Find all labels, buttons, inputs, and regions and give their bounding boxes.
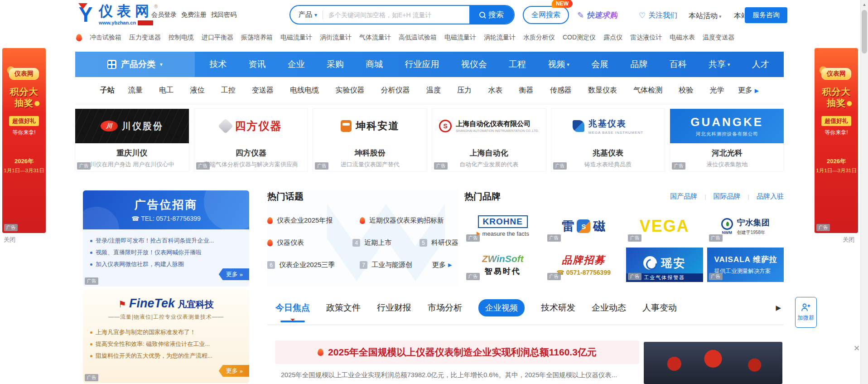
ad-slot-finetek[interactable]: ⚑ FineTek 凡宜科技 ——流量|物液位|工控专业仪表测量技术—— 上海凡… [83,289,249,383]
hot-keyword-link[interactable]: 电磁流量计 [444,34,476,42]
hot-keyword-link[interactable]: 气体流量计 [359,34,391,42]
ad-more-button[interactable]: 更多 » [219,365,249,377]
brand-card-shanghai-auto[interactable]: S 上海自动化仪表有限公司 SHANGHAI AUTOMATION INSTRU… [432,109,546,171]
news-photo[interactable] [644,342,782,384]
subnav-link[interactable]: 水表 [488,86,502,95]
subnav-link[interactable]: 变送器 [252,86,274,95]
add-wechat-group-button[interactable]: 加微群 [795,297,817,328]
topic-link[interactable]: 6 仪表企业2025三季 [267,261,356,269]
subnav-home-link[interactable]: 子站 [100,86,115,95]
tab-market-analysis[interactable]: 市场分析 [428,302,462,314]
nav-item[interactable]: 共享 ▾ [709,58,730,70]
tab-industry-finance[interactable]: 行业财报 [377,302,411,314]
auth-link[interactable]: 免费注册 [181,11,207,19]
ad-bullet-link[interactable]: 阻旋料位开关的五大优势，为您的生产流程... [90,350,243,362]
nav-item[interactable]: 视仪会 [461,58,487,70]
hot-keyword-link[interactable]: 振荡培养箱 [241,34,273,42]
nav-item[interactable]: 商城 [366,58,383,70]
news-summary[interactable]: 2025年全国规模以上工业企业实现利润总额73982.0亿元，比上年增长0.6%… [281,370,639,380]
brand-tile-recruit[interactable]: 品牌招募 ☎ 0571-87756399 广告 [545,248,622,282]
hot-keyword-link[interactable]: 雷达液位计 [630,34,662,42]
hot-keyword-link[interactable]: 涡轮流量计 [484,34,516,42]
nav-item[interactable]: 企业 [288,58,305,70]
nav-item[interactable]: 行业应用 [405,58,439,70]
brand-card-sifang[interactable]: 四方仪器 四方仪器 高端气体分析仪器与解决方案供应商 广告 [194,109,308,171]
quick-buy-link[interactable]: ✎ 快速求购 [577,10,617,20]
subnav-link[interactable]: 校验 [679,86,694,95]
hot-keyword-link[interactable]: 温度变送器 [703,34,734,42]
topics-more-link[interactable]: 更多 ▶ [432,261,452,269]
global-search-button[interactable]: 全网搜索 [523,6,569,24]
left-banner-ad[interactable]: 仪表网 积分大抽奖 超值好礼 等你来拿! 2026年 1月1日—3月31日 广告 [2,48,46,233]
page-scrollbar[interactable]: ▲ [860,0,868,384]
scroll-up-arrow[interactable]: ▲ [861,0,868,7]
hot-keyword-link[interactable]: 电磁水表 [670,34,695,42]
nav-item[interactable]: 技术 [209,58,227,70]
scrollbar-thumb[interactable] [862,10,867,53]
search-input[interactable] [323,11,469,19]
subnav-link[interactable]: 压力 [457,86,472,95]
brands-tab-join[interactable]: 品牌入驻 [757,192,784,201]
nav-item[interactable]: 品牌 [630,58,647,70]
close-icon[interactable]: ✕ [854,344,860,353]
ad-bullet-link[interactable]: 视频、直播限时开放！仪表网喊你开播啦 [90,247,243,258]
brand-tile-nwm[interactable]: NWM 宁水集团 创建于1958年 广告 [707,209,784,243]
nav-item[interactable]: 视频 ▾ [548,58,569,70]
right-banner-ad[interactable]: 仪表网 积分大抽奖 超值好礼 等你来拿! 2026年 1月1日—3月31日 广告 [815,48,858,233]
subnav-more-link[interactable]: 更多 ▶ [738,86,759,95]
brand-tile-zwinsoft[interactable]: ZWinSoft 智易时代 广告 [464,248,541,282]
hot-keyword-link[interactable]: 水质分析仪 [523,34,555,42]
brand-card-kunke[interactable]: 坤科安道 坤科股份 进口流量仪表国产替代 广告 [313,109,427,171]
service-consult-button[interactable]: 服务咨询 [745,7,787,23]
hot-keyword-link[interactable]: 控制电缆 [169,34,194,42]
nav-item[interactable]: 采购 [327,58,344,70]
ad-bullet-link[interactable]: 提高安全性和效率: 磁致伸缩液位计在工业... [90,338,243,350]
nav-item[interactable]: 资讯 [248,58,265,70]
follow-us-link[interactable]: ♡ 关注我们 [639,11,677,20]
topic-link[interactable]: 仪器仪表 [267,238,349,247]
brands-tab-domestic[interactable]: 国产品牌 [670,192,697,201]
tab-policy[interactable]: 政策文件 [326,302,361,314]
tab-tech-rd[interactable]: 技术研发 [541,302,575,314]
subnav-link[interactable]: 传感器 [550,86,572,95]
hot-keyword-link[interactable]: 高低温试验箱 [399,34,437,42]
ad-bullet-link[interactable]: 上海凡宜参与制定的国家标准发布了！ [90,326,243,338]
subnav-link[interactable]: 气体检测 [633,86,662,95]
nav-item[interactable]: 工程 [509,58,526,70]
site-logo[interactable]: Y 仪表网 www.ybzhan.cn ® [75,4,158,25]
hot-keyword-link[interactable]: 露点仪 [603,34,622,42]
nav-item[interactable]: 会展 [591,58,608,70]
auth-link[interactable]: 会员登录 [151,11,177,19]
hot-keyword-link[interactable]: 涡街流量计 [320,34,352,42]
brand-card-guangke[interactable]: GUANGKE 河北光科测控设备有限公司 河北光科 液位仪表集散地 广告 [670,109,784,171]
product-category-menu[interactable]: 产品分类 ▾ [75,52,195,77]
tab-company-news[interactable]: 企业动态 [592,302,626,314]
subnav-link[interactable]: 分析仪器 [381,86,410,95]
brand-tile-yaoan[interactable]: 瑶安 工业气体报警器 广告 [626,248,703,282]
right-banner-close[interactable]: 关闭 [843,236,854,244]
brand-card-chuanyi[interactable]: 川 川仪股份 重庆川仪 川仪在用户身边 用户在川仪心中 广告 [75,109,189,171]
subnav-link[interactable]: 电工 [159,86,174,95]
subnav-link[interactable]: 液位 [190,86,204,95]
search-category-dropdown[interactable]: 产品 ▾ [290,10,323,19]
topic-link[interactable]: 近期仪器仪表采购招标新 [360,216,444,225]
ad-slot-promo[interactable]: 广告位招商 ☎ TEL: 0571-87756399 登录/注册即可发布！抢占百… [83,190,249,287]
brand-card-zhaoji[interactable]: 兆基仪表 MEGA BASE INSTRUMENT 兆基仪表 铸造水表经典品质 … [551,109,665,171]
topic-link[interactable]: 仪表企业2025年报 [267,216,356,225]
hot-keyword-link[interactable]: 压力变送器 [129,34,161,42]
hot-keyword-link[interactable]: COD测定仪 [563,34,596,42]
ad-bullet-link[interactable]: 加入仪表网微信社群，构建人脉圈 [90,258,243,270]
hot-keyword-link[interactable]: 电磁流量计 [280,34,312,42]
auth-link[interactable]: 找回密码 [211,11,236,19]
subnav-link[interactable]: 工控 [221,86,236,95]
news-headline[interactable]: 2025年全国规模以上仪器仪表制造企业实现利润总额1160.3亿元 [275,340,639,364]
subnav-link[interactable]: 流量 [128,86,143,95]
nav-item[interactable]: 人才 [752,58,769,70]
left-banner-close[interactable]: 关闭 [4,236,15,244]
subnav-link[interactable]: 电线电缆 [290,86,319,95]
topic-link[interactable]: 7 工业与能源创 [360,261,429,269]
ad-bullet-link[interactable]: 登录/注册即可发布！抢占百科词条提升企业... [90,235,243,247]
brand-tile-vega[interactable]: VEGA 广告 [626,209,703,243]
subnav-link[interactable]: 数显仪表 [588,86,617,95]
subnav-link[interactable]: 衡器 [519,86,534,95]
